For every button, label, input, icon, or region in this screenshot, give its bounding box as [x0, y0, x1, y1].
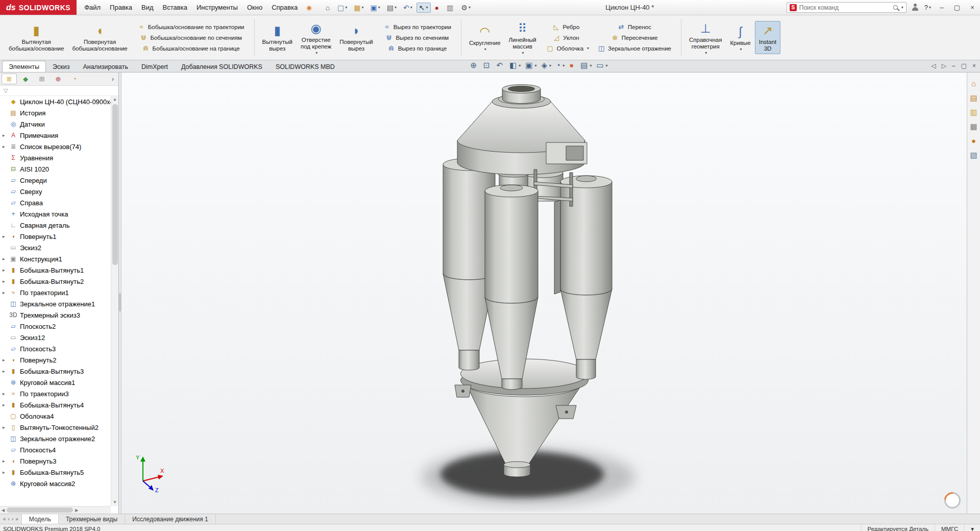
- dimxpertmanager-tab[interactable]: ⊕: [51, 74, 66, 84]
- feature-tree-item[interactable]: ▸ ▣ Конструкция1: [0, 253, 111, 264]
- feature-tree-item[interactable]: ▭ Эскиз2: [0, 242, 111, 253]
- extruded-cut-button[interactable]: ▮ Вытянутый вырез: [258, 21, 297, 54]
- menu-item[interactable]: Вид: [137, 2, 158, 13]
- menu-item[interactable]: Окно: [242, 2, 267, 13]
- hole-wizard-button[interactable]: ◉ Отверстие под крепеж ▾: [297, 19, 335, 57]
- search-input[interactable]: [799, 4, 891, 11]
- hide-show-items-button[interactable]: ◔ ▾: [556, 61, 565, 69]
- file-explorer-tab[interactable]: ▥: [970, 108, 977, 116]
- feature-tree-item[interactable]: ⊛ Круговой массив2: [0, 478, 111, 489]
- feature-tree-item[interactable]: ▸ ◖ Повернуть1: [0, 231, 111, 242]
- feature-tree-item[interactable]: Σ Уравнения: [0, 152, 111, 163]
- previous-window-button[interactable]: ◁: [931, 62, 936, 70]
- swept-cut-button[interactable]: ≈ Вырез по траектории: [380, 22, 457, 32]
- help-button[interactable]: ? ▾: [924, 4, 931, 11]
- edit-appearance-button[interactable]: ●: [569, 61, 576, 69]
- print-button[interactable]: ▤ ▾: [384, 3, 399, 13]
- restore-window-button[interactable]: ▢: [961, 62, 967, 70]
- command-tab[interactable]: Добавления SOLIDWORKS: [175, 61, 269, 72]
- tree-horizontal-scrollbar[interactable]: ◀ ▶: [0, 506, 111, 514]
- scroll-thumb[interactable]: [112, 104, 118, 265]
- search-dropdown-caret[interactable]: ▾: [901, 5, 903, 10]
- expand-arrow-icon[interactable]: ▸: [3, 133, 9, 138]
- rib-button[interactable]: ◺ Ребро: [549, 22, 585, 32]
- scroll-up-icon[interactable]: ▲: [113, 96, 117, 103]
- feature-tree-item[interactable]: ∟ Сварная деталь: [0, 220, 111, 231]
- expand-arrow-icon[interactable]: ▸: [3, 234, 9, 239]
- command-search[interactable]: S ▾: [787, 2, 906, 13]
- scroll-down-icon[interactable]: ▼: [113, 499, 117, 506]
- move-button[interactable]: ⇄ Перенос: [615, 22, 657, 32]
- propertymanager-tab[interactable]: ◆: [18, 74, 33, 84]
- search-icon[interactable]: [893, 5, 898, 10]
- expand-arrow-icon[interactable]: ▸: [3, 290, 9, 295]
- mirror-button[interactable]: ◫ Зеркальное отражение: [595, 43, 677, 53]
- next-window-button[interactable]: ▷: [942, 62, 946, 70]
- open-button[interactable]: ▦ ▾: [351, 3, 366, 13]
- restore-button[interactable]: ▢: [949, 0, 965, 15]
- scroll-thumb[interactable]: [7, 508, 73, 513]
- fillet-button[interactable]: ◠ Скругление ▾: [465, 22, 505, 53]
- previous-view-button[interactable]: ↶: [497, 61, 505, 69]
- close-button[interactable]: ×: [965, 0, 980, 15]
- lofted-cut-button[interactable]: ⋓ Вырез по сечениям: [382, 33, 455, 42]
- shell-button[interactable]: ▢ Оболочка ▾: [544, 43, 592, 53]
- scroll-last-button[interactable]: »: [15, 516, 18, 522]
- revolved-boss-button[interactable]: ◖ Повернутая бобышка/основание: [68, 21, 131, 54]
- feature-tree-item[interactable]: ▸ ◖ Повернуть3: [0, 455, 111, 467]
- view-palette-tab[interactable]: ▦: [970, 123, 977, 131]
- feature-tree-item[interactable]: ▸ ◖ Повернуть2: [0, 354, 111, 366]
- instant-3d-button[interactable]: ↗ Instant 3D: [755, 21, 781, 54]
- feature-tree-item[interactable]: ▸ ▮ Бобышка-Вытянуть5: [0, 467, 111, 478]
- rebuild-button[interactable]: ●: [432, 3, 443, 13]
- cyclone-model[interactable]: [358, 73, 684, 512]
- expand-arrow-icon[interactable]: ▸: [3, 470, 9, 475]
- swept-boss-button[interactable]: ≈ Бобышка/основание по траектории: [135, 22, 251, 32]
- zoom-area-button[interactable]: ⊡: [483, 61, 492, 69]
- appearances-tab[interactable]: ●: [971, 137, 976, 145]
- design-library-tab[interactable]: ▤: [970, 94, 977, 102]
- feature-tree-item[interactable]: ▱ Плоскость4: [0, 444, 111, 455]
- expand-arrow-icon[interactable]: ▸: [3, 402, 9, 407]
- expand-arrow-icon[interactable]: ▸: [3, 369, 9, 374]
- expand-arrow-icon[interactable]: ▸: [3, 279, 9, 284]
- draft-button[interactable]: ◿ Уклон: [550, 33, 585, 42]
- document-tab[interactable]: Трехмерные виды: [59, 514, 125, 524]
- feature-tree-item[interactable]: ◎ Датчики: [0, 118, 111, 130]
- menu-item[interactable]: Справка: [267, 2, 302, 13]
- section-view-button[interactable]: ◧ ▾: [509, 61, 521, 69]
- feature-tree-item[interactable]: ▸ ≣ Список вырезов(74): [0, 141, 111, 152]
- status-expand[interactable]: ▾: [964, 524, 980, 531]
- expand-arrow-icon[interactable]: ▸: [3, 391, 9, 396]
- feature-tree-item[interactable]: ▱ Плоскость3: [0, 343, 111, 354]
- menu-item[interactable]: Правка: [105, 2, 137, 13]
- intersect-button[interactable]: ⊗ Пересечение: [608, 33, 664, 42]
- scroll-first-button[interactable]: «: [3, 516, 6, 522]
- scroll-next-button[interactable]: ›: [12, 516, 13, 522]
- curves-button[interactable]: ∫ Кривые ▾: [726, 22, 754, 53]
- feature-tree-item[interactable]: ▤ История: [0, 107, 111, 118]
- menu-item[interactable]: Инструменты: [192, 2, 242, 13]
- feature-tree-item[interactable]: ▸ ▮ Бобышка-Вытянуть2: [0, 276, 111, 287]
- view-settings-button[interactable]: ▭ ▾: [596, 61, 607, 69]
- select-button[interactable]: ↖ ▾: [416, 3, 431, 13]
- filter-icon[interactable]: ▽: [4, 87, 8, 94]
- revolved-cut-button[interactable]: ◗ Повернутый вырез: [335, 21, 377, 54]
- scroll-right-icon[interactable]: ▶: [75, 508, 78, 513]
- tree-vertical-scrollbar[interactable]: ▲ ▼: [111, 96, 118, 506]
- configurationmanager-tab[interactable]: ⊞: [34, 74, 50, 84]
- scroll-left-icon[interactable]: ◀: [2, 508, 5, 513]
- file-properties-button[interactable]: ▥: [444, 3, 457, 13]
- feature-tree-item[interactable]: ⊛ Круговой массив1: [0, 377, 111, 388]
- pin-menu-icon[interactable]: ◉: [306, 4, 311, 11]
- document-tab[interactable]: Исследование движения 1: [125, 514, 216, 524]
- feature-tree-item[interactable]: + Исходная точка: [0, 208, 111, 220]
- feature-tree-item[interactable]: ⊟ AISI 1020: [0, 163, 111, 175]
- custom-properties-tab[interactable]: ▧: [970, 151, 977, 159]
- command-tab[interactable]: SOLIDWORKS MBD: [269, 61, 341, 72]
- feature-tree-item[interactable]: ▢ Оболочка4: [0, 411, 111, 422]
- apply-scene-button[interactable]: ▤ ▾: [580, 61, 592, 69]
- menu-item[interactable]: Файл: [80, 2, 105, 13]
- scroll-prev-button[interactable]: ‹: [8, 516, 10, 522]
- reference-geometry-button[interactable]: ⊥ Справочная геометрия ▾: [685, 19, 726, 57]
